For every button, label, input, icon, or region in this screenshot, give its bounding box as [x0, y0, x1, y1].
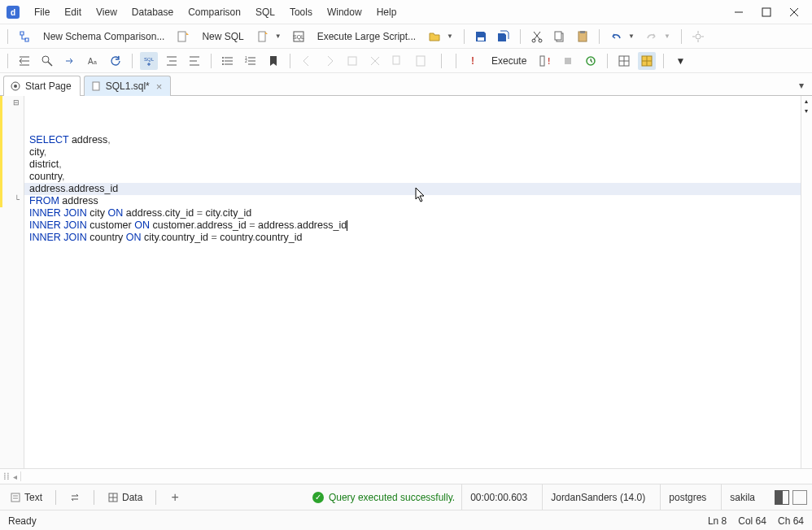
code-line[interactable]: INNER JOIN country ON city.country_id = … — [29, 232, 807, 244]
paste-icon[interactable] — [574, 28, 592, 46]
copy-results-icon[interactable] — [389, 52, 407, 70]
dropdown-caret-icon[interactable]: ▼ — [272, 33, 285, 40]
paste-results-icon[interactable] — [412, 52, 430, 70]
font-size-icon[interactable]: Aa — [84, 52, 102, 70]
copy-icon[interactable] — [551, 28, 569, 46]
menu-database[interactable]: Database — [125, 3, 180, 21]
new-schema-comparison-button[interactable]: New Schema Comparison... — [38, 29, 169, 44]
format-sql-icon[interactable]: SQL — [140, 52, 158, 70]
svg-rect-28 — [348, 57, 356, 65]
menu-help[interactable]: Help — [370, 3, 404, 21]
outdent-icon[interactable] — [15, 52, 33, 70]
new-doc-icon[interactable] — [254, 28, 272, 46]
add-tab-button[interactable]: + — [164, 490, 185, 505]
elapsed-time: 00:00:00.603 — [461, 484, 535, 510]
start-page-icon — [11, 81, 20, 91]
svg-text:SQL: SQL — [293, 34, 304, 41]
user-name: postgres — [660, 484, 714, 510]
code-line[interactable]: address.address_id — [29, 183, 807, 195]
redo-dropdown[interactable]: ▼ — [643, 28, 674, 46]
code-line[interactable]: INNER JOIN customer ON customer.address_… — [29, 219, 807, 232]
execute-large-script-button[interactable]: Execute Large Script... — [312, 29, 421, 44]
code-line[interactable]: city, — [29, 146, 807, 159]
next-bookmark-icon[interactable] — [321, 52, 338, 70]
svg-rect-30 — [417, 56, 425, 66]
code-line[interactable]: INNER JOIN city ON address.city_id = cit… — [29, 207, 807, 219]
dropdown-caret-icon[interactable]: ▼ — [443, 33, 456, 40]
tab-close-icon[interactable]: × — [155, 80, 163, 93]
code-line[interactable]: country, — [29, 171, 807, 183]
code-line[interactable]: SELECT address, — [29, 134, 807, 146]
menu-edit[interactable]: Edit — [58, 3, 88, 21]
svg-point-23 — [222, 57, 224, 59]
sql-editor: ⊟ └ SELECT address,city,district,country… — [0, 96, 812, 468]
clear-bookmarks-icon[interactable] — [366, 52, 384, 70]
layout-full-icon[interactable] — [792, 490, 807, 505]
undo-icon[interactable] — [607, 28, 625, 46]
undo-dropdown[interactable]: ▼ — [607, 28, 638, 46]
svg-rect-10 — [478, 37, 484, 41]
query-profile-icon[interactable] — [582, 52, 600, 70]
cut-icon[interactable] — [528, 28, 546, 46]
numbered-list-icon[interactable]: 12 — [242, 52, 260, 70]
find-icon[interactable] — [38, 52, 56, 70]
results-data-tab[interactable]: Data — [103, 489, 147, 506]
tabs-dropdown-icon[interactable]: ▾ — [794, 76, 809, 95]
fold-icon[interactable]: ⊟ — [13, 98, 20, 106]
save-icon[interactable] — [472, 28, 490, 46]
bookmark-icon[interactable] — [264, 52, 282, 70]
svg-point-25 — [222, 63, 224, 65]
tab-label: Data — [122, 492, 142, 503]
code-line[interactable]: FROM address — [29, 195, 807, 207]
svg-text:A: A — [88, 57, 94, 66]
execute-button[interactable]: Execute — [487, 54, 531, 68]
new-sql-button[interactable]: New SQL — [197, 29, 248, 44]
stop-icon[interactable] — [559, 52, 577, 70]
new-dropdown[interactable]: ▼ — [254, 28, 285, 46]
open-folder-icon[interactable] — [426, 28, 443, 46]
dropdown-caret-icon[interactable]: ▼ — [625, 33, 638, 40]
drag-handle-icon[interactable]: ⁞⁞ — [0, 471, 13, 482]
save-all-icon[interactable] — [495, 28, 513, 46]
svg-text:2: 2 — [245, 59, 247, 63]
menu-view[interactable]: View — [89, 3, 124, 21]
code-area[interactable]: SELECT address,city,district,country,add… — [24, 96, 812, 468]
indent-lines-icon[interactable] — [163, 52, 181, 70]
layout-split-icon[interactable] — [775, 490, 789, 505]
settings-icon[interactable] — [689, 28, 707, 46]
tab-start-page[interactable]: Start Page — [3, 76, 81, 96]
outdent-lines-icon[interactable] — [186, 52, 203, 70]
code-line[interactable]: district, — [29, 159, 807, 171]
fold-end-icon: └ — [15, 195, 20, 203]
open-dropdown[interactable]: ▼ — [426, 28, 456, 46]
prev-bookmark-icon[interactable] — [298, 52, 316, 70]
menu-file[interactable]: File — [28, 3, 56, 21]
split-collapse-down-icon[interactable]: ▾ — [801, 107, 811, 115]
exec-large-script-icon[interactable]: SQL — [290, 28, 308, 46]
close-icon[interactable] — [789, 7, 799, 17]
execute-icon[interactable]: ! — [464, 52, 482, 70]
maximize-icon[interactable] — [762, 7, 771, 17]
svg-rect-44 — [93, 82, 99, 90]
schema-compare-icon[interactable] — [15, 28, 33, 46]
go-to-icon[interactable] — [61, 52, 79, 70]
menu-tools[interactable]: Tools — [283, 3, 319, 21]
split-collapse-up-icon[interactable]: ▴ — [801, 98, 811, 105]
refresh-icon[interactable] — [107, 52, 124, 70]
menu-comparison[interactable]: Comparison — [181, 3, 247, 21]
grid-highlighted-icon[interactable] — [638, 52, 656, 70]
menu-bar: d File Edit View Database Comparison SQL… — [0, 0, 812, 24]
new-sql-icon[interactable] — [174, 28, 192, 46]
more-options-dropdown[interactable]: ▼ — [671, 52, 689, 70]
results-refresh-button[interactable] — [64, 489, 85, 506]
menu-window[interactable]: Window — [321, 3, 369, 21]
list-icon[interactable] — [219, 52, 237, 70]
menu-sql[interactable]: SQL — [249, 3, 282, 21]
toggle-bookmark-icon[interactable] — [343, 52, 361, 70]
grid-icon[interactable] — [615, 52, 633, 70]
tab-sql1[interactable]: SQL1.sql* × — [84, 76, 172, 96]
results-text-tab[interactable]: Text — [5, 489, 47, 506]
minimize-icon[interactable] — [734, 7, 744, 17]
horizontal-scrollbar[interactable]: ⁞⁞ ◂ — [0, 468, 812, 484]
execute-current-icon[interactable]: ! — [536, 52, 554, 70]
